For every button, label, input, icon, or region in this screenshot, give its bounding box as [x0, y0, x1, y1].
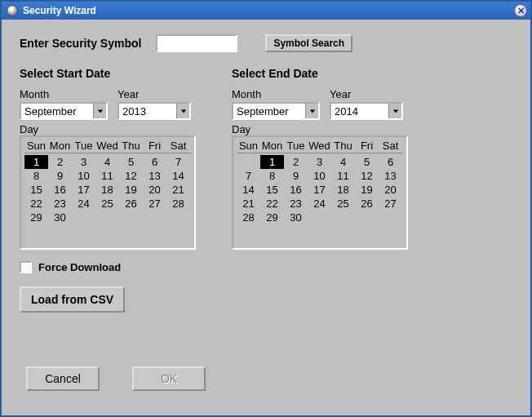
calendar-day-cell[interactable]: 18: [95, 183, 119, 197]
calendar-day-header: Thu: [119, 139, 143, 153]
calendar-day-cell[interactable]: 28: [166, 197, 190, 211]
calendar-day-cell[interactable]: 4: [331, 155, 355, 169]
start-month-combo[interactable]: September: [20, 102, 108, 120]
end-year-label: Year: [330, 88, 403, 100]
calendar-day-cell[interactable]: 21: [166, 183, 190, 197]
calendar-day-cell[interactable]: 26: [119, 197, 143, 211]
calendar-week-row: 123456: [237, 155, 403, 169]
end-year-combo[interactable]: 2014: [330, 102, 403, 120]
calendar-day-cell: [95, 211, 119, 224]
calendar-day-cell[interactable]: 2: [48, 155, 72, 169]
calendar-day-cell[interactable]: 11: [331, 169, 355, 183]
calendar-day-cell[interactable]: 20: [143, 183, 166, 197]
titlebar: Security Wizard ✕: [2, 2, 530, 20]
calendar-day-cell[interactable]: 15: [260, 183, 284, 197]
svg-marker-3: [392, 109, 397, 113]
symbol-label: Enter Security Symbol: [20, 37, 141, 50]
calendar-day-cell[interactable]: 27: [143, 197, 166, 211]
force-download-checkbox[interactable]: [20, 261, 32, 273]
calendar-day-cell[interactable]: 24: [308, 197, 331, 211]
calendar-day-header: Fri: [355, 139, 379, 153]
calendar-day-cell[interactable]: 29: [260, 211, 284, 224]
calendar-day-cell[interactable]: 8: [260, 169, 284, 183]
calendar-day-header: Wed: [95, 139, 119, 153]
calendar-day-cell[interactable]: 20: [379, 183, 402, 197]
calendar-day-cell[interactable]: 6: [379, 155, 402, 169]
start-year-value: 2013: [119, 104, 176, 118]
calendar-day-header: Sun: [237, 139, 260, 153]
calendar-day-cell[interactable]: 25: [95, 197, 119, 211]
calendar-day-header: Tue: [72, 139, 95, 153]
calendar-day-cell[interactable]: 15: [24, 183, 48, 197]
end-calendar[interactable]: SunMonTueWedThuFriSat1234567891011121314…: [232, 135, 408, 250]
calendar-week-row: 22232425262728: [24, 197, 191, 211]
calendar-day-cell[interactable]: 12: [119, 169, 143, 183]
chevron-down-icon[interactable]: [93, 104, 106, 118]
calendar-day-cell[interactable]: 5: [119, 155, 143, 169]
calendar-day-cell[interactable]: 10: [308, 169, 331, 183]
calendar-day-cell[interactable]: 23: [284, 197, 308, 211]
calendar-day-cell[interactable]: 13: [379, 169, 402, 183]
calendar-day-cell[interactable]: 25: [331, 197, 355, 211]
start-year-combo[interactable]: 2013: [117, 102, 191, 120]
chevron-down-icon[interactable]: [388, 104, 401, 118]
calendar-day-cell[interactable]: 9: [48, 169, 72, 183]
svg-marker-2: [309, 109, 314, 113]
calendar-day-cell[interactable]: 21: [237, 197, 260, 211]
end-month-combo[interactable]: September: [232, 102, 320, 120]
calendar-day-cell[interactable]: 9: [284, 169, 308, 183]
calendar-day-cell[interactable]: 17: [308, 183, 331, 197]
calendar-day-cell[interactable]: 10: [72, 169, 95, 183]
calendar-day-cell[interactable]: 24: [72, 197, 95, 211]
end-year-value: 2014: [331, 104, 388, 118]
symbol-input[interactable]: [156, 34, 237, 52]
symbol-search-button[interactable]: Symbol Search: [265, 34, 352, 52]
calendar-day-cell[interactable]: 23: [48, 197, 72, 211]
calendar-day-cell[interactable]: 19: [119, 183, 143, 197]
start-month-label: Month: [20, 88, 108, 100]
calendar-day-cell[interactable]: 7: [166, 155, 190, 169]
calendar-day-cell[interactable]: 22: [24, 197, 48, 211]
calendar-day-cell[interactable]: 7: [237, 169, 260, 183]
svg-marker-1: [180, 109, 185, 113]
calendar-day-cell[interactable]: 8: [24, 169, 48, 183]
calendar-day-cell[interactable]: 29: [24, 211, 48, 224]
start-day-label: Day: [20, 123, 207, 135]
calendar-day-cell: [143, 211, 166, 224]
close-button[interactable]: ✕: [514, 4, 527, 17]
calendar-day-cell[interactable]: 28: [237, 211, 260, 224]
cancel-button[interactable]: Cancel: [26, 366, 100, 391]
chevron-down-icon[interactable]: [176, 104, 189, 118]
calendar-day-cell[interactable]: 16: [284, 183, 308, 197]
calendar-day-cell[interactable]: 14: [237, 183, 260, 197]
calendar-day-cell[interactable]: 6: [143, 155, 166, 169]
calendar-day-cell[interactable]: 1: [260, 155, 284, 169]
calendar-day-cell[interactable]: 4: [95, 155, 119, 169]
calendar-day-cell[interactable]: 27: [379, 197, 402, 211]
start-calendar[interactable]: SunMonTueWedThuFriSat1234567891011121314…: [20, 135, 196, 250]
calendar-day-cell[interactable]: 3: [72, 155, 95, 169]
calendar-day-cell[interactable]: 12: [355, 169, 379, 183]
calendar-day-cell[interactable]: 14: [166, 169, 190, 183]
calendar-day-cell[interactable]: 17: [72, 183, 95, 197]
calendar-day-cell: [166, 211, 190, 224]
calendar-day-cell[interactable]: 16: [48, 183, 72, 197]
calendar-day-cell[interactable]: 3: [308, 155, 331, 169]
calendar-day-cell[interactable]: 18: [331, 183, 355, 197]
calendar-day-cell[interactable]: 1: [24, 155, 48, 169]
calendar-day-cell[interactable]: 2: [284, 155, 308, 169]
load-from-csv-button[interactable]: Load from CSV: [20, 286, 125, 313]
ok-button[interactable]: OK: [132, 366, 206, 391]
calendar-week-row: 891011121314: [24, 169, 191, 183]
calendar-day-cell[interactable]: 11: [95, 169, 119, 183]
calendar-day-cell[interactable]: 30: [284, 211, 308, 224]
calendar-day-cell[interactable]: 30: [48, 211, 72, 224]
calendar-day-cell[interactable]: 13: [143, 169, 166, 183]
calendar-day-cell[interactable]: 5: [355, 155, 379, 169]
calendar-day-cell: [72, 211, 95, 224]
calendar-day-cell[interactable]: 26: [355, 197, 379, 211]
start-date-title: Select Start Date: [20, 67, 207, 80]
calendar-day-cell[interactable]: 19: [355, 183, 379, 197]
calendar-day-cell[interactable]: 22: [260, 197, 284, 211]
chevron-down-icon[interactable]: [305, 104, 318, 118]
